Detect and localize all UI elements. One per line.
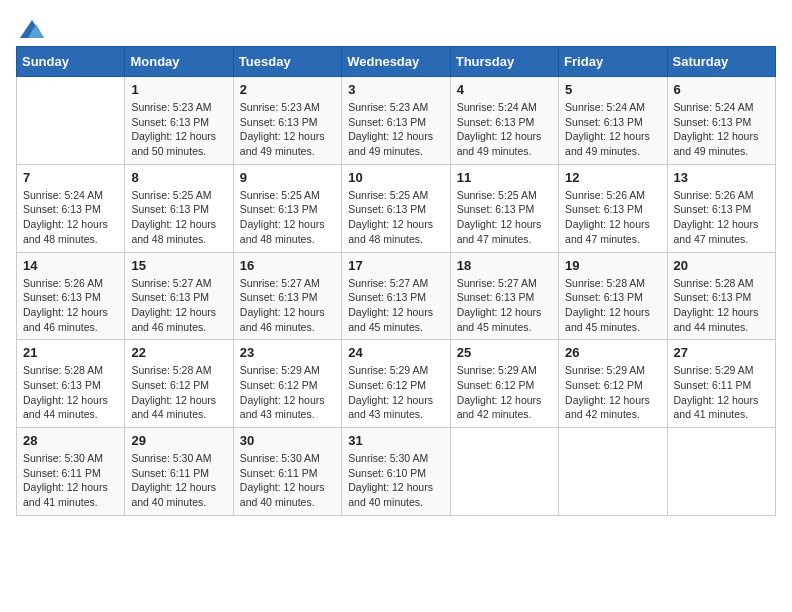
day-number: 21 (23, 345, 118, 360)
day-info: Sunrise: 5:29 AMSunset: 6:12 PMDaylight:… (348, 363, 443, 422)
sunset-text: Sunset: 6:11 PM (674, 378, 769, 393)
day-info: Sunrise: 5:28 AMSunset: 6:13 PMDaylight:… (23, 363, 118, 422)
sunset-text: Sunset: 6:11 PM (23, 466, 118, 481)
sunrise-text: Sunrise: 5:25 AM (131, 188, 226, 203)
day-cell: 25Sunrise: 5:29 AMSunset: 6:12 PMDayligh… (450, 340, 558, 428)
sunset-text: Sunset: 6:13 PM (565, 290, 660, 305)
day-info: Sunrise: 5:25 AMSunset: 6:13 PMDaylight:… (131, 188, 226, 247)
day-number: 10 (348, 170, 443, 185)
day-cell: 24Sunrise: 5:29 AMSunset: 6:12 PMDayligh… (342, 340, 450, 428)
day-number: 31 (348, 433, 443, 448)
daylight-text: Daylight: 12 hours and 42 minutes. (457, 393, 552, 422)
day-cell: 15Sunrise: 5:27 AMSunset: 6:13 PMDayligh… (125, 252, 233, 340)
daylight-text: Daylight: 12 hours and 40 minutes. (240, 480, 335, 509)
calendar-table: SundayMondayTuesdayWednesdayThursdayFrid… (16, 46, 776, 516)
day-number: 11 (457, 170, 552, 185)
day-info: Sunrise: 5:27 AMSunset: 6:13 PMDaylight:… (457, 276, 552, 335)
daylight-text: Daylight: 12 hours and 49 minutes. (240, 129, 335, 158)
daylight-text: Daylight: 12 hours and 48 minutes. (240, 217, 335, 246)
sunrise-text: Sunrise: 5:24 AM (23, 188, 118, 203)
day-info: Sunrise: 5:30 AMSunset: 6:11 PMDaylight:… (131, 451, 226, 510)
daylight-text: Daylight: 12 hours and 49 minutes. (457, 129, 552, 158)
sunrise-text: Sunrise: 5:30 AM (23, 451, 118, 466)
day-cell: 28Sunrise: 5:30 AMSunset: 6:11 PMDayligh… (17, 428, 125, 516)
day-number: 13 (674, 170, 769, 185)
sunrise-text: Sunrise: 5:28 AM (131, 363, 226, 378)
day-cell: 21Sunrise: 5:28 AMSunset: 6:13 PMDayligh… (17, 340, 125, 428)
sunrise-text: Sunrise: 5:28 AM (565, 276, 660, 291)
day-cell: 8Sunrise: 5:25 AMSunset: 6:13 PMDaylight… (125, 164, 233, 252)
page-header (16, 16, 776, 38)
sunrise-text: Sunrise: 5:26 AM (565, 188, 660, 203)
day-cell: 22Sunrise: 5:28 AMSunset: 6:12 PMDayligh… (125, 340, 233, 428)
daylight-text: Daylight: 12 hours and 47 minutes. (457, 217, 552, 246)
day-number: 19 (565, 258, 660, 273)
sunset-text: Sunset: 6:13 PM (457, 202, 552, 217)
sunset-text: Sunset: 6:13 PM (457, 290, 552, 305)
day-number: 22 (131, 345, 226, 360)
day-cell: 30Sunrise: 5:30 AMSunset: 6:11 PMDayligh… (233, 428, 341, 516)
week-row-4: 21Sunrise: 5:28 AMSunset: 6:13 PMDayligh… (17, 340, 776, 428)
day-number: 30 (240, 433, 335, 448)
sunset-text: Sunset: 6:13 PM (23, 290, 118, 305)
day-cell: 18Sunrise: 5:27 AMSunset: 6:13 PMDayligh… (450, 252, 558, 340)
week-row-2: 7Sunrise: 5:24 AMSunset: 6:13 PMDaylight… (17, 164, 776, 252)
daylight-text: Daylight: 12 hours and 40 minutes. (348, 480, 443, 509)
sunrise-text: Sunrise: 5:26 AM (23, 276, 118, 291)
day-info: Sunrise: 5:24 AMSunset: 6:13 PMDaylight:… (565, 100, 660, 159)
sunrise-text: Sunrise: 5:24 AM (565, 100, 660, 115)
sunrise-text: Sunrise: 5:29 AM (457, 363, 552, 378)
day-cell: 19Sunrise: 5:28 AMSunset: 6:13 PMDayligh… (559, 252, 667, 340)
sunset-text: Sunset: 6:12 PM (131, 378, 226, 393)
day-number: 5 (565, 82, 660, 97)
day-cell: 29Sunrise: 5:30 AMSunset: 6:11 PMDayligh… (125, 428, 233, 516)
daylight-text: Daylight: 12 hours and 46 minutes. (131, 305, 226, 334)
day-cell: 10Sunrise: 5:25 AMSunset: 6:13 PMDayligh… (342, 164, 450, 252)
sunrise-text: Sunrise: 5:27 AM (457, 276, 552, 291)
day-number: 23 (240, 345, 335, 360)
day-info: Sunrise: 5:28 AMSunset: 6:13 PMDaylight:… (565, 276, 660, 335)
day-number: 15 (131, 258, 226, 273)
sunrise-text: Sunrise: 5:30 AM (348, 451, 443, 466)
day-info: Sunrise: 5:27 AMSunset: 6:13 PMDaylight:… (131, 276, 226, 335)
day-number: 12 (565, 170, 660, 185)
sunrise-text: Sunrise: 5:28 AM (674, 276, 769, 291)
sunset-text: Sunset: 6:11 PM (131, 466, 226, 481)
sunrise-text: Sunrise: 5:29 AM (565, 363, 660, 378)
day-info: Sunrise: 5:25 AMSunset: 6:13 PMDaylight:… (348, 188, 443, 247)
logo-icon (18, 16, 46, 44)
sunset-text: Sunset: 6:12 PM (348, 378, 443, 393)
sunset-text: Sunset: 6:13 PM (23, 378, 118, 393)
day-cell: 27Sunrise: 5:29 AMSunset: 6:11 PMDayligh… (667, 340, 775, 428)
day-cell: 2Sunrise: 5:23 AMSunset: 6:13 PMDaylight… (233, 77, 341, 165)
day-cell: 17Sunrise: 5:27 AMSunset: 6:13 PMDayligh… (342, 252, 450, 340)
sunrise-text: Sunrise: 5:27 AM (240, 276, 335, 291)
daylight-text: Daylight: 12 hours and 44 minutes. (131, 393, 226, 422)
daylight-text: Daylight: 12 hours and 41 minutes. (23, 480, 118, 509)
day-number: 6 (674, 82, 769, 97)
day-cell: 23Sunrise: 5:29 AMSunset: 6:12 PMDayligh… (233, 340, 341, 428)
sunset-text: Sunset: 6:13 PM (457, 115, 552, 130)
day-info: Sunrise: 5:26 AMSunset: 6:13 PMDaylight:… (23, 276, 118, 335)
daylight-text: Daylight: 12 hours and 44 minutes. (23, 393, 118, 422)
daylight-text: Daylight: 12 hours and 49 minutes. (565, 129, 660, 158)
day-info: Sunrise: 5:24 AMSunset: 6:13 PMDaylight:… (23, 188, 118, 247)
header-saturday: Saturday (667, 47, 775, 77)
day-info: Sunrise: 5:23 AMSunset: 6:13 PMDaylight:… (240, 100, 335, 159)
day-number: 27 (674, 345, 769, 360)
day-info: Sunrise: 5:29 AMSunset: 6:11 PMDaylight:… (674, 363, 769, 422)
day-number: 4 (457, 82, 552, 97)
calendar-header-row: SundayMondayTuesdayWednesdayThursdayFrid… (17, 47, 776, 77)
day-number: 8 (131, 170, 226, 185)
header-friday: Friday (559, 47, 667, 77)
day-info: Sunrise: 5:28 AMSunset: 6:13 PMDaylight:… (674, 276, 769, 335)
sunrise-text: Sunrise: 5:26 AM (674, 188, 769, 203)
day-cell (17, 77, 125, 165)
day-number: 28 (23, 433, 118, 448)
day-info: Sunrise: 5:23 AMSunset: 6:13 PMDaylight:… (131, 100, 226, 159)
header-monday: Monday (125, 47, 233, 77)
day-number: 29 (131, 433, 226, 448)
daylight-text: Daylight: 12 hours and 44 minutes. (674, 305, 769, 334)
sunset-text: Sunset: 6:13 PM (348, 115, 443, 130)
sunset-text: Sunset: 6:12 PM (240, 378, 335, 393)
